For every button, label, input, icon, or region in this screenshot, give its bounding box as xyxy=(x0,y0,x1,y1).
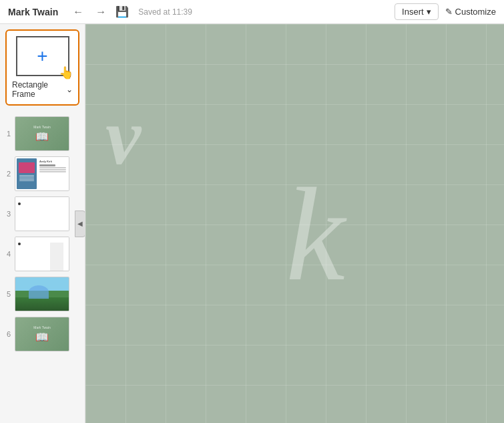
insert-dropdown-icon: ▾ xyxy=(427,7,431,17)
collapse-icon: ◀ xyxy=(77,220,83,227)
customize-button[interactable]: ✎ Customize xyxy=(445,7,496,17)
slide-item[interactable]: 2 xyxy=(0,154,85,194)
canvas-watermark-v: v xyxy=(105,91,141,183)
slide-item[interactable]: 4 xyxy=(0,234,85,274)
slide-number: 2 xyxy=(4,170,11,178)
canvas-watermark-k: k xyxy=(286,158,345,311)
slide-number: 4 xyxy=(4,250,11,258)
customize-label: Customize xyxy=(455,7,496,17)
slide-thumbnail: Andy Kirk xyxy=(15,156,69,191)
saved-timestamp: Saved at 11:39 xyxy=(138,7,192,17)
slide-thumbnail xyxy=(15,277,69,311)
frame-dropdown-icon[interactable]: ⌄ xyxy=(66,85,73,94)
cursor-indicator: 👆 xyxy=(59,65,73,80)
frame-preview: + 👆 xyxy=(16,36,69,76)
slide-item[interactable]: 1 Mark Twain 📖 xyxy=(0,114,85,154)
document-title: Mark Twain xyxy=(8,7,58,17)
canvas-area[interactable]: v k xyxy=(85,24,504,423)
main-area: + 👆 Rectangle Frame ⌄ 1 Mark Twain 📖 xyxy=(0,24,504,423)
frame-label-row: Rectangle Frame ⌄ xyxy=(12,80,73,99)
header: Mark Twain ← → 💾 Saved at 11:39 Insert ▾… xyxy=(0,0,504,24)
forward-icon: → xyxy=(95,6,106,17)
insert-label: Insert xyxy=(402,7,424,17)
left-panel: + 👆 Rectangle Frame ⌄ 1 Mark Twain 📖 xyxy=(0,24,85,423)
back-button[interactable]: ← xyxy=(70,5,86,19)
slide-number: 5 xyxy=(4,290,11,298)
panel-collapse-handle[interactable]: ◀ xyxy=(75,210,85,237)
slide-thumbnail xyxy=(15,237,69,271)
frame-label: Rectangle Frame xyxy=(12,80,63,99)
slide-number: 1 xyxy=(4,130,11,138)
slide-item[interactable]: 6 Mark Twain 📖 xyxy=(0,314,85,354)
slide-thumbnail xyxy=(15,196,69,231)
slide-list: 1 Mark Twain 📖 2 xyxy=(0,111,85,357)
frame-picker[interactable]: + 👆 Rectangle Frame ⌄ xyxy=(5,29,79,106)
slide-item[interactable]: 3 xyxy=(0,194,85,234)
back-icon: ← xyxy=(73,6,83,17)
insert-button[interactable]: Insert ▾ xyxy=(395,3,439,20)
plus-icon: + xyxy=(37,47,47,65)
slide-thumbnail: Mark Twain 📖 xyxy=(15,116,69,151)
forward-button[interactable]: → xyxy=(93,5,109,19)
slide-number: 3 xyxy=(4,210,11,218)
pencil-icon: ✎ xyxy=(445,7,453,17)
save-icon: 💾 xyxy=(115,5,129,18)
slide-thumbnail: Mark Twain 📖 xyxy=(15,317,69,351)
slide-number: 6 xyxy=(4,330,11,338)
slide-item[interactable]: 5 xyxy=(0,274,85,314)
